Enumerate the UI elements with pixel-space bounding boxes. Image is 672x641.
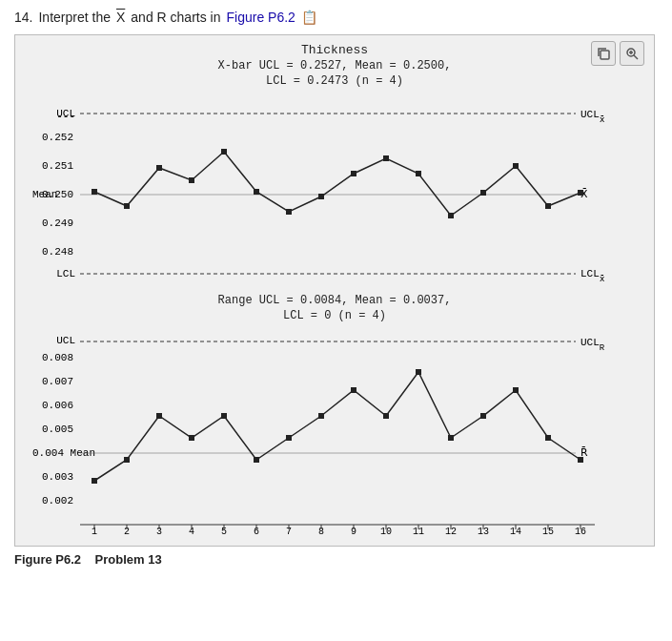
svg-rect-17 [124,203,130,209]
lclx-label: LCLx̄ [580,268,605,284]
figure-caption-bold: Figure P6.2 [14,552,81,567]
question-line: 14. Interpret the X and R charts in Figu… [14,10,658,25]
figure-link[interactable]: Figure P6.2 [226,10,295,25]
clipboard-icon: 📋 [301,10,317,25]
svg-text:0.248: 0.248 [42,246,73,258]
chart-title: Thickness [23,43,646,57]
range-lcl: LCL = 0 (n = 4) [23,309,646,322]
svg-rect-19 [189,177,194,183]
xbar-stats: X-bar UCL = 0.2527, Mean = 0.2500, [23,59,646,72]
svg-rect-50 [351,387,356,393]
uclx-label: UCLx̄ [580,109,605,125]
svg-rect-16 [92,189,97,195]
svg-text:LCL: LCL [56,268,75,279]
zoom-button[interactable] [620,41,644,66]
svg-text:0.007: 0.007 [42,376,73,387]
svg-rect-42 [92,478,97,484]
svg-text:0.002: 0.002 [42,495,73,507]
svg-rect-45 [189,435,194,441]
svg-rect-22 [286,209,292,215]
svg-text:0.252: 0.252 [42,132,73,143]
copy-button[interactable] [591,41,616,66]
svg-rect-46 [221,413,227,419]
x-bar-symbol: X [116,10,125,25]
svg-rect-31 [578,190,583,196]
svg-rect-47 [254,457,259,463]
svg-rect-0 [601,51,609,59]
svg-rect-56 [545,435,551,441]
chart-container: Thickness X-bar UCL = 0.2527, Mean = 0.2… [23,43,646,534]
question-number: 14. [14,10,32,25]
svg-rect-18 [156,165,162,171]
toolbar [591,41,644,66]
svg-rect-20 [221,149,227,155]
svg-line-2 [634,55,638,59]
svg-rect-43 [124,457,130,463]
svg-text:0.005: 0.005 [42,424,73,435]
figure-caption: Figure P6.2 Problem 13 [14,552,658,567]
svg-rect-44 [156,413,162,419]
xbar-lcl: LCL = 0.2473 (n = 4) [23,74,646,88]
svg-rect-30 [545,203,551,209]
figure-caption-sub: Problem 13 [95,552,162,567]
svg-rect-28 [480,190,486,196]
svg-rect-52 [416,369,421,375]
svg-rect-57 [578,457,583,463]
xbar-chart: UCL --- UCLx̄ 0.252 0.251 Mean 0.250 X̄ … [23,90,646,290]
svg-rect-55 [513,387,519,393]
svg-rect-24 [351,171,356,176]
svg-rect-51 [383,413,389,419]
svg-rect-23 [318,194,324,199]
svg-text:0.006: 0.006 [42,400,73,411]
svg-rect-27 [448,213,454,218]
range-stats: Range UCL = 0.0084, Mean = 0.0037, [23,294,646,307]
question-text: Interpret the [38,10,111,25]
svg-text:UCL: UCL [56,335,75,346]
svg-text:0.003: 0.003 [42,471,73,483]
svg-rect-53 [448,435,454,441]
range-chart: UCL UCLR 0.008 0.007 0.006 0.005 0.004 M… [23,324,646,534]
svg-rect-49 [318,413,324,419]
svg-text:0.008: 0.008 [42,352,73,363]
svg-rect-48 [286,435,292,441]
svg-rect-26 [416,171,421,176]
svg-text:---: --- [56,111,75,122]
svg-text:0.249: 0.249 [42,217,73,229]
svg-rect-25 [383,155,389,161]
svg-text:0.250: 0.250 [42,189,73,200]
svg-rect-21 [254,189,259,195]
svg-text:0.251: 0.251 [42,160,73,172]
svg-rect-29 [513,163,519,169]
uclr-label: UCLR [580,337,605,353]
svg-rect-54 [480,413,486,419]
and-text: and R charts in [131,10,220,25]
figure-box: Thickness X-bar UCL = 0.2527, Mean = 0.2… [14,34,655,547]
